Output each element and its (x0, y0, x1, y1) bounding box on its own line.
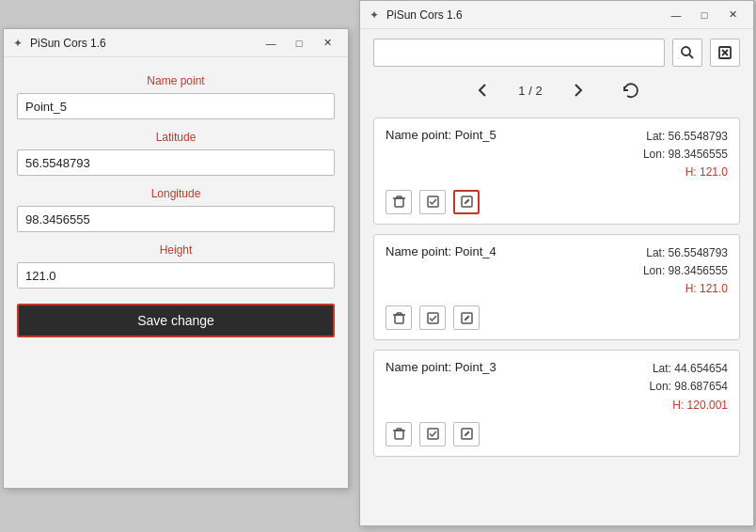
page-indicator: 1 / 2 (518, 84, 542, 98)
edit-icon (460, 427, 474, 441)
prev-button[interactable] (465, 76, 499, 104)
arrow-right-icon (569, 81, 588, 100)
card-header: Name point: Point_5 Lat: 56.5548793 Lon:… (386, 128, 728, 182)
card-point-name: Name point: Point_4 (386, 244, 496, 258)
card-actions (386, 422, 728, 446)
right-window-title: PiSun Cors 1.6 (386, 8, 657, 22)
left-maximize-button[interactable]: □ (286, 33, 312, 54)
card-header: Name point: Point_3 Lat: 44.654654 Lon: … (386, 360, 728, 415)
svg-rect-17 (428, 313, 438, 323)
app-icon-right: ✦ (368, 8, 381, 22)
check-button[interactable] (419, 190, 446, 214)
left-title-bar: ✦ PiSun Cors 1.6 — □ ✕ (4, 29, 348, 57)
x-icon (717, 45, 732, 60)
card-coords: Lat: 44.654654 Lon: 98.687654 H: 120.001 (650, 360, 728, 415)
point-card: Name point: Point_4 Lat: 56.5548793 Lon:… (373, 234, 740, 341)
edit-button[interactable] (453, 190, 480, 214)
left-title-buttons: — □ ✕ (258, 33, 340, 54)
svg-rect-10 (428, 196, 438, 207)
search-icon (680, 45, 695, 60)
name-point-label: Name point (17, 74, 335, 87)
left-window-title: PiSun Cors 1.6 (30, 37, 252, 50)
left-content: Name point Latitude Longitude Height Sav… (4, 57, 348, 347)
left-minimize-button[interactable]: — (258, 33, 284, 54)
svg-rect-12 (395, 315, 403, 323)
check-icon (426, 427, 440, 441)
card-actions (386, 305, 728, 330)
nav-row: 1 / 2 (373, 76, 740, 104)
right-window: ✦ PiSun Cors 1.6 — □ ✕ (359, 0, 754, 526)
card-point-name: Name point: Point_3 (386, 360, 496, 374)
svg-point-0 (682, 47, 690, 55)
svg-rect-19 (395, 430, 403, 439)
delete-button[interactable] (386, 305, 412, 330)
card-point-name: Name point: Point_5 (386, 128, 496, 142)
card-lat: Lat: 44.654654 (650, 360, 728, 378)
right-title-buttons: — □ ✕ (663, 5, 746, 25)
cards-container: Name point: Point_5 Lat: 56.5548793 Lon:… (373, 117, 740, 457)
refresh-icon (621, 80, 641, 101)
edit-button[interactable] (453, 305, 480, 330)
card-h: H: 120.001 (650, 397, 728, 415)
card-lon: Lon: 98.687654 (650, 378, 728, 396)
card-header: Name point: Point_4 Lat: 56.5548793 Lon:… (386, 244, 728, 299)
card-lat: Lat: 56.5548793 (643, 244, 728, 262)
delete-button[interactable] (386, 190, 412, 214)
edit-icon (460, 311, 474, 325)
left-close-button[interactable]: ✕ (314, 33, 340, 54)
card-lat: Lat: 56.5548793 (643, 128, 728, 146)
card-coords: Lat: 56.5548793 Lon: 98.3456555 H: 121.0 (643, 128, 728, 182)
right-maximize-button[interactable]: □ (691, 5, 717, 25)
longitude-label: Longitude (17, 187, 335, 200)
right-close-button[interactable]: ✕ (719, 5, 746, 25)
svg-rect-5 (395, 198, 403, 207)
app-icon-left: ✦ (11, 37, 24, 50)
card-h: H: 121.0 (643, 280, 728, 298)
save-change-button[interactable]: Save change (17, 304, 335, 337)
arrow-left-icon (473, 81, 492, 100)
card-lon: Lon: 98.3456555 (643, 262, 728, 280)
svg-line-1 (689, 55, 693, 58)
delete-button[interactable] (386, 422, 412, 446)
next-button[interactable] (561, 76, 595, 104)
name-point-input[interactable] (17, 93, 335, 119)
check-button[interactable] (419, 305, 446, 330)
height-input[interactable] (17, 262, 335, 289)
trash-icon (392, 195, 406, 209)
right-title-bar: ✦ PiSun Cors 1.6 — □ ✕ (360, 1, 753, 29)
longitude-input[interactable] (17, 206, 335, 232)
point-card: Name point: Point_3 Lat: 44.654654 Lon: … (373, 350, 740, 457)
check-button[interactable] (419, 422, 446, 446)
right-content: 1 / 2 Name point: Point_5 Lat: 56.554879… (360, 29, 753, 476)
latitude-input[interactable] (17, 149, 335, 176)
right-minimize-button[interactable]: — (663, 5, 689, 25)
search-input[interactable] (373, 39, 665, 67)
edit-button[interactable] (453, 422, 480, 446)
cancel-search-button[interactable] (710, 39, 740, 67)
card-h: H: 121.0 (643, 164, 728, 181)
check-icon (426, 195, 440, 209)
trash-icon (392, 311, 406, 325)
point-card: Name point: Point_5 Lat: 56.5548793 Lon:… (373, 117, 740, 225)
height-label: Height (17, 243, 335, 257)
card-lon: Lon: 98.3456555 (643, 146, 728, 164)
check-icon (426, 311, 440, 325)
card-actions (386, 190, 728, 214)
search-button[interactable] (672, 39, 702, 67)
left-window: ✦ PiSun Cors 1.6 — □ ✕ Name point Latitu… (3, 28, 349, 489)
edit-icon (460, 195, 474, 209)
refresh-button[interactable] (614, 76, 648, 104)
latitude-label: Latitude (17, 131, 335, 144)
trash-icon (392, 427, 406, 441)
search-row (373, 39, 740, 67)
card-coords: Lat: 56.5548793 Lon: 98.3456555 H: 121.0 (643, 244, 728, 299)
svg-rect-24 (428, 429, 438, 439)
